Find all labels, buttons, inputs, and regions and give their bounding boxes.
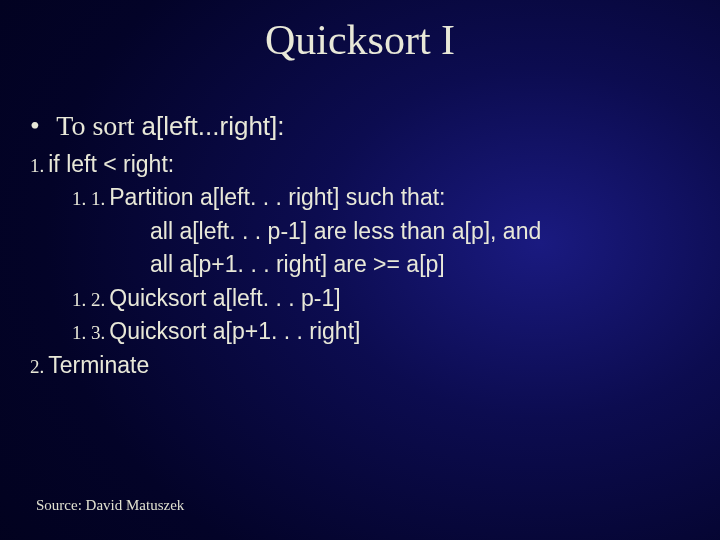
step-1-2-text: Quicksort a[left. . . p-1] [109, 285, 340, 311]
step-1-1-text: Partition a[left. . . right] such that: [109, 184, 445, 210]
step-1: 1. if left < right: [30, 150, 700, 179]
step-1-1: 1. 1. Partition a[left. . . right] such … [30, 183, 700, 212]
source-footer: Source: David Matuszek [36, 497, 184, 514]
bullet-dot: • [30, 110, 40, 141]
bullet-prefix: To sort [56, 110, 141, 141]
step-1-2-num: 1. 2. [72, 289, 105, 310]
step-1-2: 1. 2. Quicksort a[left. . . p-1] [30, 284, 700, 313]
slide-body: • To sort a[left...right]: 1. if left < … [0, 64, 720, 380]
step-1-3-num: 1. 3. [72, 322, 105, 343]
step-1-1-num: 1. 1. [72, 188, 105, 209]
step-2: 2. Terminate [30, 351, 700, 380]
step-1-num: 1. [30, 155, 44, 176]
step-1-1b: all a[p+1. . . right] are >= a[p] [30, 250, 700, 279]
step-1-1a: all a[left. . . p-1] are less than a[p],… [30, 217, 700, 246]
step-1-3-text: Quicksort a[p+1. . . right] [109, 318, 360, 344]
bullet-main: • To sort a[left...right]: [30, 110, 700, 142]
step-1-1b-text: all a[p+1. . . right] are >= a[p] [150, 251, 445, 277]
step-1-1a-text: all a[left. . . p-1] are less than a[p],… [150, 218, 541, 244]
slide-title: Quicksort I [0, 0, 720, 64]
step-1-text: if left < right: [48, 151, 174, 177]
step-1-3: 1. 3. Quicksort a[p+1. . . right] [30, 317, 700, 346]
step-2-text: Terminate [48, 352, 149, 378]
bullet-code: a[left...right]: [141, 111, 284, 141]
step-2-num: 2. [30, 356, 44, 377]
